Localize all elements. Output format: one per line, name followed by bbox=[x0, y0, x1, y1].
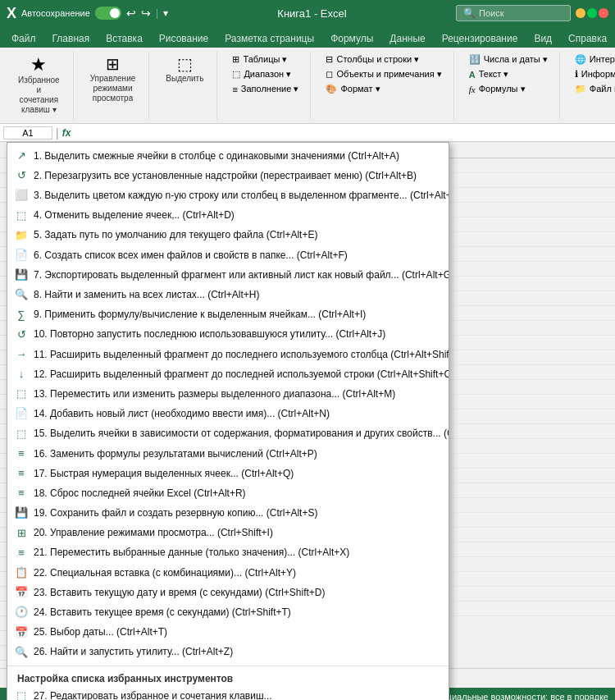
menu-item-text-7: 7. Экспортировать выделенный фрагмент ил… bbox=[34, 268, 449, 282]
redo-icon[interactable]: ↪ bbox=[141, 7, 151, 20]
tab-review[interactable]: Рецензирование bbox=[434, 30, 526, 48]
tab-help[interactable]: Справка bbox=[560, 30, 615, 48]
maximize-button[interactable] bbox=[587, 8, 597, 18]
menu-item-6[interactable]: 📄 6. Создать список всех имен файлов и с… bbox=[7, 245, 449, 265]
menu-item-text-13: 13. Переместить или изменить размеры выд… bbox=[34, 387, 439, 401]
internet-dropdown[interactable]: 🌐 Интернет ▾ bbox=[570, 53, 615, 66]
favorites-dropdown-menu: ↗ 1. Выделить смежные ячейки в столбце с… bbox=[7, 142, 449, 700]
name-box[interactable] bbox=[3, 126, 52, 140]
menu-item-text-9: 9. Применить формулу/вычисление к выделе… bbox=[34, 308, 439, 322]
menu-section-label: Настройка списка избранных инструментов bbox=[7, 670, 449, 686]
title-bar: X Автосохранение ↩ ↪ | ▾ Книга1 - Excel … bbox=[0, 0, 615, 26]
menu-item-18[interactable]: ≡ 18. Сброс последней ячейки Excel (Ctrl… bbox=[7, 483, 449, 503]
menu-item-5[interactable]: 📁 5. Задать путь по умолчанию для текуще… bbox=[7, 226, 449, 245]
menu-icon-5: 📁 bbox=[14, 228, 29, 243]
view-modes-label: Управлениережимами просмотра bbox=[90, 74, 136, 103]
view-modes-button[interactable]: ⊞ Управлениережимами просмотра bbox=[84, 53, 143, 107]
ribbon-tabs: Файл Главная Вставка Рисование Разметка … bbox=[0, 26, 615, 48]
quick-save-icon[interactable]: ▾ bbox=[163, 7, 168, 19]
tab-insert[interactable]: Вставка bbox=[98, 30, 151, 48]
menu-icon-9: ∑ bbox=[14, 308, 29, 323]
menu-item-23[interactable]: 📅 23. Вставить текущую дату и время (с с… bbox=[7, 583, 449, 602]
tab-home[interactable]: Главная bbox=[44, 30, 98, 48]
menu-item-text-21: 21. Переместить выбранные данные (только… bbox=[34, 546, 439, 560]
formulas-label: Формулы ▾ bbox=[479, 84, 526, 94]
menu-item-10[interactable]: ↺ 10. Повторно запустить последнюю испол… bbox=[7, 325, 449, 345]
tab-data[interactable]: Данные bbox=[381, 30, 433, 48]
menu-item-11[interactable]: → 11. Расширить выделенный фрагмент до п… bbox=[7, 345, 449, 364]
select-label: Выделить bbox=[166, 74, 203, 84]
menu-item-1[interactable]: ↗ 1. Выделить смежные ячейки в столбце с… bbox=[7, 146, 449, 166]
fill-dropdown[interactable]: ≡ Заполнение ▾ bbox=[227, 82, 303, 96]
title-bar-center: Книга1 - Excel bbox=[277, 7, 346, 20]
menu-icon-11: → bbox=[14, 347, 29, 362]
menu-icon-16: ≡ bbox=[14, 446, 29, 461]
menu-item-24[interactable]: 🕐 24. Вставить текущее время (с секундам… bbox=[7, 602, 449, 622]
accessibility-text: Специальные возможности: все в порядке bbox=[430, 692, 608, 700]
info-dropdown[interactable]: ℹ Информация ▾ bbox=[570, 67, 615, 81]
tab-view[interactable]: Вид bbox=[526, 30, 560, 48]
search-box[interactable]: 🔍 Поиск bbox=[456, 5, 571, 21]
fx-label: fx bbox=[62, 127, 71, 139]
menu-item-16[interactable]: ≡ 16. Заменить формулы результатами вычи… bbox=[7, 444, 449, 464]
menu-item-7[interactable]: 💾 7. Экспортировать выделенный фрагмент … bbox=[7, 265, 449, 285]
close-button[interactable] bbox=[599, 8, 608, 18]
menu-icon-6: 📄 bbox=[14, 248, 29, 263]
menu-item-3[interactable]: ⬜ 3. Выделить цветом каждую n-ую строку … bbox=[7, 185, 449, 205]
file-system-dropdown[interactable]: 📁 Файл и система ▾ bbox=[570, 82, 615, 96]
menu-icon-21: ≡ bbox=[14, 546, 29, 560]
search-icon: 🔍 bbox=[463, 7, 476, 19]
ribbon-group-view: ⊞ Управлениережимами просмотра bbox=[77, 51, 150, 120]
menu-item-22[interactable]: 📋 22. Специальная вставка (с комбинациям… bbox=[7, 563, 449, 583]
select-button[interactable]: ⬚ Выделить bbox=[159, 53, 210, 87]
text-dropdown[interactable]: A Текст ▾ bbox=[464, 67, 553, 81]
menu-item-15[interactable]: ⬚ 15. Выделить ячейки в зависимости от с… bbox=[7, 424, 449, 444]
tab-formulas[interactable]: Формулы bbox=[322, 30, 381, 48]
menu-item-2[interactable]: ↺ 2. Перезагрузить все установленные над… bbox=[7, 166, 449, 185]
menu-item-4[interactable]: ⬚ 4. Отменить выделение ячеек,.. (Ctrl+A… bbox=[7, 206, 449, 226]
autosave-toggle[interactable] bbox=[95, 7, 121, 20]
menu-item-text-20: 20. Управление режимами просмотра... (Ct… bbox=[34, 526, 439, 540]
menu-item-19[interactable]: 💾 19. Сохранить файл и создать резервную… bbox=[7, 503, 449, 523]
menu-icon-4: ⬚ bbox=[14, 208, 29, 223]
menu-item-14[interactable]: 📄 14. Добавить новый лист (необходимо вв… bbox=[7, 404, 449, 423]
menu-item-8[interactable]: 🔍 8. Найти и заменить на всех листах... … bbox=[7, 285, 449, 304]
objects-dropdown[interactable]: ◻ Объекты и примечания ▾ bbox=[321, 67, 446, 81]
menu-icon-12: ↓ bbox=[14, 367, 29, 382]
menu-icon-1: ↗ bbox=[14, 149, 29, 163]
menu-icon-14: 📄 bbox=[14, 406, 29, 421]
menu-item-21[interactable]: ≡ 21. Переместить выбранные данные (толь… bbox=[7, 543, 449, 563]
menu-item-text-16: 16. Заменить формулы результатами вычисл… bbox=[34, 447, 439, 461]
tab-draw[interactable]: Рисование bbox=[151, 30, 216, 48]
menu-item-26[interactable]: 🔍 26. Найти и запустить утилиту... (Ctrl… bbox=[7, 643, 449, 662]
menu-item-12[interactable]: ↓ 12. Расширить выделенный фрагмент до п… bbox=[7, 364, 449, 384]
menu-icon-18: ≡ bbox=[14, 486, 29, 501]
minimize-button[interactable] bbox=[576, 8, 585, 18]
tables-dropdown[interactable]: ⊞ Таблицы ▾ bbox=[227, 53, 303, 66]
tab-file[interactable]: Файл bbox=[3, 30, 44, 48]
columns-small-group: ⊟ Столбцы и строки ▾ ◻ Объекты и примеча… bbox=[321, 53, 446, 96]
menu-icon-13: ⬚ bbox=[14, 387, 29, 401]
internet-label: Интернет ▾ bbox=[590, 54, 615, 65]
menu-item-17[interactable]: ≡ 17. Быстрая нумерация выделенных ячеек… bbox=[7, 464, 449, 483]
file-system-icon: 📁 bbox=[575, 84, 586, 94]
menu-icon-7: 💾 bbox=[14, 268, 29, 282]
menu-item-20[interactable]: ⊞ 20. Управление режимами просмотра... (… bbox=[7, 524, 449, 543]
formulas-dropdown[interactable]: fx Формулы ▾ bbox=[464, 82, 553, 96]
format-label: Формат ▾ bbox=[340, 84, 380, 94]
menu-icon-10: ↺ bbox=[14, 327, 29, 342]
columns-dropdown[interactable]: ⊟ Столбцы и строки ▾ bbox=[321, 53, 446, 66]
favorites-button[interactable]: ★ Избранное исочетания клавиш ▾ bbox=[11, 53, 66, 118]
format-dropdown[interactable]: 🎨 Формат ▾ bbox=[321, 82, 446, 96]
undo-icon[interactable]: ↩ bbox=[126, 7, 136, 20]
menu-item-25[interactable]: 📅 25. Выбор даты... (Ctrl+Alt+T) bbox=[7, 623, 449, 643]
menu-item-27[interactable]: ⬚ 27. Редактировать избранное и сочетани… bbox=[7, 686, 449, 700]
menu-item-13[interactable]: ⬚ 13. Переместить или изменить размеры в… bbox=[7, 384, 449, 404]
menu-item-text-27: 27. Редактировать избранное и сочетания … bbox=[34, 689, 439, 700]
range-dropdown[interactable]: ⬚ Диапазон ▾ bbox=[227, 67, 303, 81]
formula-input[interactable] bbox=[74, 128, 612, 138]
tab-layout[interactable]: Разметка страницы bbox=[216, 30, 322, 48]
numbers-dropdown[interactable]: 🔢 Числа и даты ▾ bbox=[464, 53, 553, 66]
menu-icon-23: 📅 bbox=[14, 585, 29, 600]
menu-item-9[interactable]: ∑ 9. Применить формулу/вычисление к выде… bbox=[7, 305, 449, 325]
